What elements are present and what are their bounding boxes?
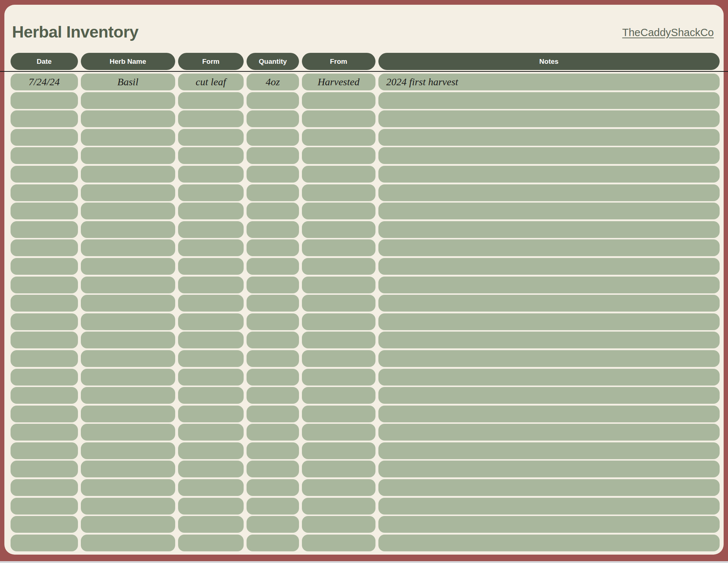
brand-link[interactable]: TheCaddyShackCo bbox=[622, 27, 714, 39]
cell-notes[interactable] bbox=[378, 203, 720, 219]
cell-form[interactable] bbox=[178, 184, 244, 201]
cell-form[interactable] bbox=[178, 516, 244, 533]
cell-from[interactable] bbox=[302, 442, 375, 459]
cell-form[interactable] bbox=[178, 498, 244, 515]
cell-from[interactable] bbox=[302, 239, 375, 256]
cell-from[interactable] bbox=[302, 92, 375, 109]
cell-from[interactable] bbox=[302, 332, 375, 348]
cell-quantity[interactable] bbox=[247, 461, 299, 477]
cell-from[interactable] bbox=[302, 424, 375, 441]
cell-form[interactable] bbox=[178, 369, 244, 386]
cell-notes[interactable] bbox=[378, 369, 720, 386]
cell-date[interactable] bbox=[11, 442, 78, 459]
cell-date[interactable] bbox=[11, 406, 78, 422]
cell-notes[interactable] bbox=[378, 387, 720, 404]
cell-herb-name[interactable] bbox=[81, 129, 175, 146]
cell-notes[interactable] bbox=[378, 147, 720, 164]
cell-notes[interactable] bbox=[378, 498, 720, 515]
cell-herb-name[interactable] bbox=[81, 110, 175, 127]
cell-herb-name[interactable] bbox=[81, 498, 175, 515]
cell-quantity[interactable] bbox=[247, 166, 299, 183]
cell-notes[interactable] bbox=[378, 406, 720, 422]
cell-herb-name[interactable] bbox=[81, 277, 175, 293]
cell-quantity[interactable] bbox=[247, 332, 299, 348]
cell-from[interactable] bbox=[302, 479, 375, 496]
cell-from[interactable] bbox=[302, 498, 375, 515]
cell-notes[interactable] bbox=[378, 479, 720, 496]
cell-form[interactable] bbox=[178, 239, 244, 256]
cell-date[interactable] bbox=[11, 184, 78, 201]
cell-from[interactable] bbox=[302, 461, 375, 477]
cell-from[interactable] bbox=[302, 313, 375, 330]
cell-herb-name[interactable] bbox=[81, 147, 175, 164]
cell-date[interactable] bbox=[11, 110, 78, 127]
cell-from[interactable] bbox=[302, 258, 375, 275]
cell-notes[interactable] bbox=[378, 258, 720, 275]
cell-form[interactable] bbox=[178, 221, 244, 238]
cell-herb-name[interactable] bbox=[81, 295, 175, 312]
cell-quantity[interactable] bbox=[247, 498, 299, 515]
cell-date[interactable] bbox=[11, 424, 78, 441]
cell-notes[interactable] bbox=[378, 535, 720, 551]
cell-quantity[interactable] bbox=[247, 203, 299, 219]
cell-herb-name[interactable] bbox=[81, 369, 175, 386]
cell-herb-name[interactable] bbox=[81, 258, 175, 275]
cell-notes[interactable] bbox=[378, 92, 720, 109]
cell-from[interactable] bbox=[302, 277, 375, 293]
cell-form[interactable] bbox=[178, 203, 244, 219]
cell-date[interactable] bbox=[11, 277, 78, 293]
cell-notes[interactable] bbox=[378, 442, 720, 459]
cell-form[interactable] bbox=[178, 461, 244, 477]
cell-from[interactable] bbox=[302, 516, 375, 533]
cell-from[interactable] bbox=[302, 221, 375, 238]
cell-date[interactable] bbox=[11, 239, 78, 256]
cell-form[interactable] bbox=[178, 479, 244, 496]
cell-herb-name[interactable] bbox=[81, 332, 175, 348]
cell-quantity[interactable] bbox=[247, 110, 299, 127]
cell-herb-name[interactable] bbox=[81, 92, 175, 109]
cell-herb-name[interactable] bbox=[81, 516, 175, 533]
cell-form[interactable] bbox=[178, 332, 244, 348]
cell-quantity[interactable] bbox=[247, 387, 299, 404]
cell-date[interactable] bbox=[11, 332, 78, 348]
cell-date[interactable] bbox=[11, 369, 78, 386]
cell-notes[interactable] bbox=[378, 110, 720, 127]
cell-date[interactable] bbox=[11, 203, 78, 219]
cell-quantity[interactable] bbox=[247, 535, 299, 551]
cell-date[interactable] bbox=[11, 479, 78, 496]
cell-notes[interactable] bbox=[378, 332, 720, 348]
cell-form[interactable] bbox=[178, 166, 244, 183]
cell-herb-name[interactable]: Basil bbox=[81, 74, 175, 90]
cell-notes[interactable] bbox=[378, 277, 720, 293]
cell-form[interactable] bbox=[178, 387, 244, 404]
cell-form[interactable] bbox=[178, 92, 244, 109]
cell-herb-name[interactable] bbox=[81, 221, 175, 238]
cell-form[interactable] bbox=[178, 277, 244, 293]
cell-date[interactable] bbox=[11, 387, 78, 404]
cell-form[interactable] bbox=[178, 424, 244, 441]
cell-date[interactable] bbox=[11, 498, 78, 515]
cell-notes[interactable]: 2024 first harvest bbox=[378, 74, 720, 90]
cell-quantity[interactable] bbox=[247, 258, 299, 275]
cell-herb-name[interactable] bbox=[81, 203, 175, 219]
cell-from[interactable] bbox=[302, 129, 375, 146]
cell-from[interactable] bbox=[302, 350, 375, 367]
cell-notes[interactable] bbox=[378, 239, 720, 256]
cell-herb-name[interactable] bbox=[81, 406, 175, 422]
cell-herb-name[interactable] bbox=[81, 479, 175, 496]
cell-quantity[interactable]: 4oz bbox=[247, 74, 299, 90]
cell-notes[interactable] bbox=[378, 295, 720, 312]
cell-date[interactable] bbox=[11, 166, 78, 183]
cell-form[interactable] bbox=[178, 147, 244, 164]
cell-herb-name[interactable] bbox=[81, 166, 175, 183]
cell-date[interactable]: 7/24/24 bbox=[11, 74, 78, 90]
cell-date[interactable] bbox=[11, 350, 78, 367]
cell-notes[interactable] bbox=[378, 129, 720, 146]
cell-from[interactable] bbox=[302, 203, 375, 219]
cell-quantity[interactable] bbox=[247, 277, 299, 293]
cell-date[interactable] bbox=[11, 295, 78, 312]
cell-notes[interactable] bbox=[378, 221, 720, 238]
cell-date[interactable] bbox=[11, 313, 78, 330]
cell-from[interactable] bbox=[302, 535, 375, 551]
cell-quantity[interactable] bbox=[247, 129, 299, 146]
